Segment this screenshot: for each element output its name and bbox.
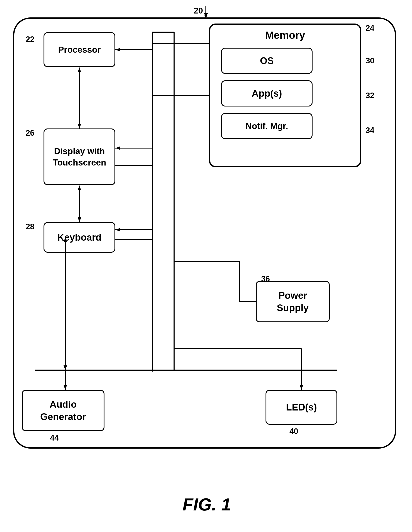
- keyboard-box: Keyboard: [44, 222, 115, 253]
- power-supply-label: PowerSupply: [277, 289, 309, 314]
- memory-outer-box: Memory OS App(s) Notif. Mgr.: [209, 24, 361, 167]
- memory-label: Memory: [210, 29, 360, 41]
- audio-generator-label: AudioGenerator: [40, 398, 86, 423]
- ref-24: 24: [366, 24, 374, 33]
- processor-box: Processor: [44, 32, 115, 67]
- ref-36: 36: [261, 274, 270, 284]
- svg-marker-73: [204, 13, 208, 18]
- notif-mgr-box: Notif. Mgr.: [221, 113, 313, 139]
- leds-box: LED(s): [265, 390, 337, 425]
- display-label: Display withTouchscreen: [53, 145, 106, 168]
- display-box: Display withTouchscreen: [44, 128, 115, 185]
- audio-generator-box: AudioGenerator: [22, 390, 104, 431]
- apps-box: App(s): [221, 80, 313, 106]
- figure-label: FIG. 1: [165, 494, 248, 514]
- ref-20: 20: [194, 6, 203, 15]
- processor-label: Processor: [58, 45, 101, 55]
- svg-marker-1: [204, 13, 208, 18]
- ref-40: 40: [290, 427, 298, 436]
- apps-label: App(s): [252, 88, 282, 99]
- notif-mgr-label: Notif. Mgr.: [245, 121, 288, 131]
- ref-34: 34: [366, 126, 374, 135]
- ref-22: 22: [26, 35, 34, 44]
- keyboard-label: Keyboard: [57, 232, 102, 243]
- ref-32: 32: [366, 91, 374, 100]
- page: 20 Processor 22 Memory OS App(s) Notif. …: [0, 0, 412, 532]
- os-label: OS: [260, 55, 274, 66]
- ref-28: 28: [26, 222, 34, 231]
- os-box: OS: [221, 48, 313, 74]
- ref-26: 26: [26, 128, 34, 138]
- leds-label: LED(s): [286, 402, 317, 413]
- ref-44: 44: [50, 433, 59, 443]
- ref-30: 30: [366, 56, 374, 65]
- power-supply-box: PowerSupply: [256, 281, 330, 322]
